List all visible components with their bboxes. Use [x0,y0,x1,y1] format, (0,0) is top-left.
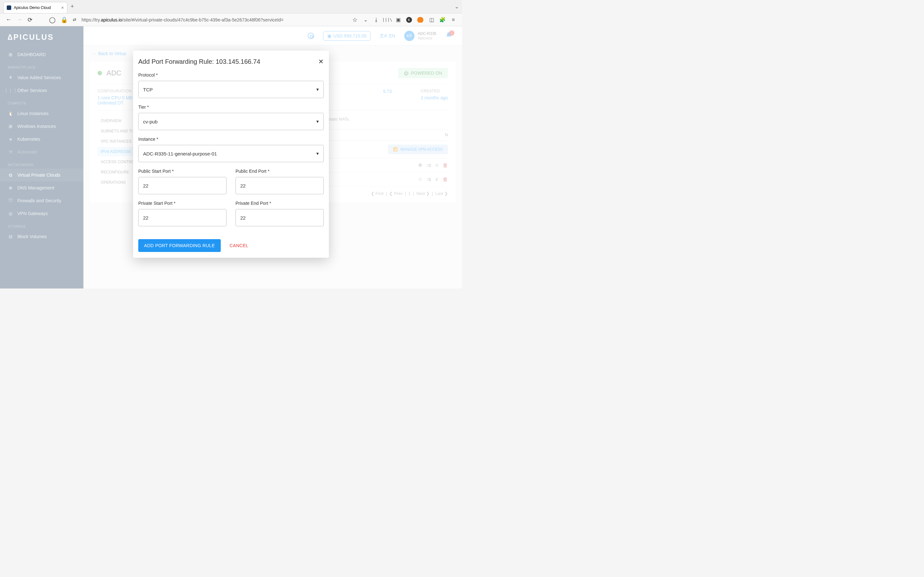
modal-header: Add Port Forwarding Rule: 103.145.166.74… [138,58,324,65]
public-end-input[interactable] [236,177,324,194]
protocol-group: Protocol * TCP [138,73,324,98]
reload-icon[interactable]: ⟳ [27,16,32,23]
tabs-dropdown-icon[interactable]: ⌄ [455,3,459,10]
public-end-group: Public End Port * [236,169,324,194]
new-tab-button[interactable]: + [71,3,74,10]
tier-label: Tier * [138,105,324,110]
tier-group: Tier * cv-pub [138,105,324,130]
public-start-label: Public Start Port * [138,169,226,174]
public-start-group: Public Start Port * [138,169,226,194]
add-rule-button[interactable]: ADD PORT FORWARDING RULE [138,239,221,252]
ext-icon-2[interactable]: ◫ [429,17,435,23]
forward-icon: → [17,16,23,23]
url-bar: ← → ⟳ ◯ 🔒 ⇄ https://try.apiculus.io/site… [0,13,462,26]
modal-actions: ADD PORT FORWARDING RULE CANCEL [138,239,324,252]
back-icon[interactable]: ← [6,16,11,23]
bookmark-star-icon[interactable]: ☆ [352,16,357,23]
tier-value: cv-pub [143,119,158,124]
browser-tab-strip: Apiculus Demo Cloud × + ⌄ [0,0,462,13]
tracking-icon[interactable]: ⇄ [73,17,76,22]
tab-title: Apiculus Demo Cloud [14,5,59,10]
instance-value: ADC-R335-11-general-purpose-01 [143,151,217,156]
metamask-icon[interactable] [417,17,423,23]
shield-icon[interactable]: ◯ [49,16,55,23]
private-end-label: Private End Port * [236,201,324,206]
reader-icon[interactable]: ▣ [395,17,401,23]
browser-tab[interactable]: Apiculus Demo Cloud × [3,2,67,13]
protocol-label: Protocol * [138,73,324,77]
browser-toolbar: ⌄ ⭳ |||\ ▣ K ◫ 🧩 ≡ [363,17,456,23]
protocol-value: TCP [143,87,153,92]
private-end-input[interactable] [236,209,324,226]
private-start-group: Private Start Port * [138,201,226,226]
tab-close-icon[interactable]: × [61,5,64,10]
modal-overlay[interactable]: Add Port Forwarding Rule: 103.145.166.74… [0,26,462,288]
private-start-label: Private Start Port * [138,201,226,206]
download-icon[interactable]: ⭳ [373,17,379,23]
instance-label: Instance * [138,137,324,142]
tier-select[interactable]: cv-pub [138,113,324,130]
favicon [7,5,11,10]
private-start-input[interactable] [138,209,226,226]
cancel-button[interactable]: CANCEL [230,243,249,248]
modal-title: Add Port Forwarding Rule: 103.145.166.74 [138,58,260,65]
hamburger-icon[interactable]: ≡ [451,17,456,23]
private-end-group: Private End Port * [236,201,324,226]
instance-group: Instance * ADC-R335-11-general-purpose-0… [138,137,324,162]
close-icon[interactable]: ✕ [318,58,324,65]
pocket-icon[interactable]: ⌄ [363,17,368,23]
public-start-input[interactable] [138,177,226,194]
port-forwarding-modal: Add Port Forwarding Rule: 103.145.166.74… [133,51,329,258]
ext-circle-icon[interactable]: K [406,17,412,23]
protocol-select[interactable]: TCP [138,81,324,98]
instance-select[interactable]: ADC-R335-11-general-purpose-01 [138,145,324,162]
extensions-icon[interactable]: 🧩 [439,17,445,23]
lock-icon[interactable]: 🔒 [61,16,68,23]
library-icon[interactable]: |||\ [384,17,390,23]
url-text[interactable]: https://try.apiculus.io/site/#/virtual-p… [81,17,347,23]
public-end-label: Public End Port * [236,169,324,174]
